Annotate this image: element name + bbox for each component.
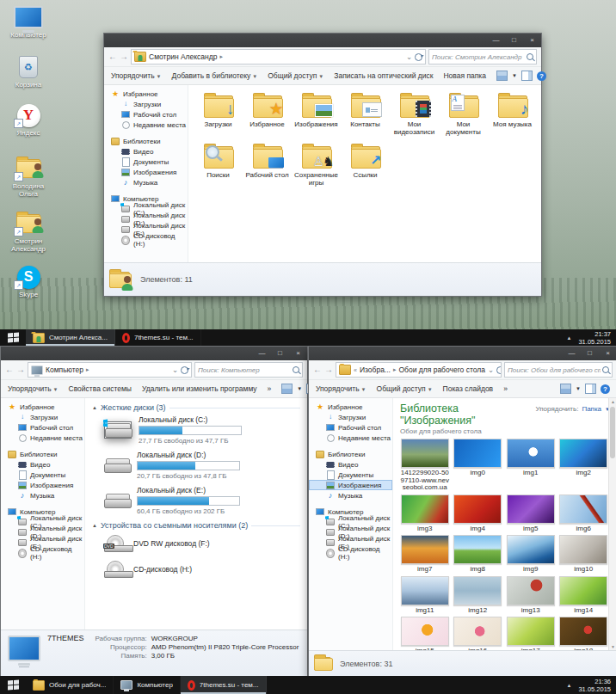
search-input[interactable]: Поиск: Компьютер [194, 362, 303, 378]
user-folder-item[interactable]: ↗Ссылки [341, 143, 390, 187]
toolbar-button[interactable]: Записать на оптический диск [334, 71, 433, 80]
minimize-button[interactable]: — [563, 347, 581, 360]
sidebar-item[interactable]: Документы [104, 157, 188, 167]
breadcrumb-chevron-icon[interactable]: ▸ [219, 53, 223, 60]
drive-item[interactable]: Локальный диск (C:)27,7 ГБ свободно из 4… [104, 415, 307, 445]
sidebar-item[interactable]: Изображения [104, 167, 188, 177]
maximize-button[interactable]: □ [581, 347, 599, 360]
desktop-icon-yandex[interactable]: Y↗Яндекс [3, 103, 53, 137]
thumbnail-item[interactable]: img0 [453, 439, 503, 492]
refresh-icon[interactable] [415, 53, 422, 61]
change-view-icon[interactable] [281, 384, 293, 394]
search-input[interactable]: Поиск: Смотрин Александр [428, 49, 537, 64]
thumbnail-item[interactable]: img2 [559, 439, 609, 492]
thumbnail-image[interactable] [401, 494, 449, 524]
thumbnail-image[interactable] [507, 617, 555, 646]
sidebar-item[interactable]: ♪Музыка [1, 490, 84, 501]
thumbnail-item[interactable]: img15 [400, 617, 450, 650]
sidebar-item[interactable]: CD-дисковод (H:) [309, 548, 392, 558]
breadcrumb-segment[interactable]: Изобра... [360, 365, 391, 374]
address-dropdown-icon[interactable]: ⌄ [406, 52, 412, 61]
address-dropdown-icon[interactable]: ⌄ [172, 365, 178, 374]
maximize-button[interactable]: □ [271, 347, 289, 360]
thumbnail-item[interactable]: img7 [400, 535, 450, 574]
sidebar-item[interactable]: CD-дисковод (H:) [1, 548, 84, 558]
desktop-icon-skype[interactable]: S↗Skype [3, 265, 53, 298]
user-folder-item[interactable]: Рабочий стол [243, 143, 292, 187]
thumbnail-image[interactable] [559, 576, 607, 605]
toolbar-button[interactable]: » [268, 384, 272, 393]
preview-pane-icon[interactable] [585, 384, 596, 394]
thumbnail-item[interactable]: img10 [559, 535, 609, 574]
address-dropdown-icon[interactable]: ⌄ [488, 365, 494, 374]
thumbnail-image[interactable] [559, 535, 607, 564]
breadcrumb-chevron-icon[interactable]: ▸ [393, 366, 397, 373]
thumbnail-item[interactable]: img14 [559, 576, 609, 615]
toolbar-button[interactable]: Общий доступ▼ [377, 384, 433, 393]
thumbnail-image[interactable] [453, 439, 502, 468]
sidebar-group-header[interactable]: ★Избранное [1, 402, 84, 412]
scroll-up-icon[interactable]: ▲ [611, 399, 615, 404]
collapse-icon[interactable]: ▲ [92, 523, 97, 528]
user-folder-item[interactable]: ↓Загрузки [194, 92, 243, 136]
help-icon[interactable]: ? [537, 71, 546, 81]
toolbar-button[interactable]: Свойства системы [69, 384, 132, 393]
toolbar-button[interactable]: Упорядочить▼ [316, 384, 367, 393]
toolbar-button[interactable]: » [503, 384, 508, 393]
thumbnail-image[interactable] [401, 535, 449, 564]
taskbar-button[interactable]: Компьютер [114, 676, 180, 694]
tray-expand-icon[interactable]: ▲ [567, 335, 572, 341]
back-button[interactable]: ← [313, 365, 322, 374]
thumbnail-item[interactable]: img1 [506, 439, 556, 492]
sidebar-item[interactable]: Рабочий стол [1, 422, 84, 433]
sidebar-group-header[interactable]: Библиотеки [104, 136, 188, 146]
thumbnail-item[interactable]: img16 [453, 617, 503, 650]
user-folder-item[interactable]: ♙♞Сохраненные игры [292, 143, 341, 187]
chevron-down-icon[interactable]: ▼ [576, 386, 581, 391]
breadcrumb-chevron-icon[interactable]: ▸ [86, 366, 89, 373]
sidebar-item[interactable]: ↓Загрузки [309, 412, 392, 422]
taskbar-button[interactable]: Обои для рабоч... [26, 676, 114, 694]
thumbnail-item[interactable]: img6 [559, 494, 609, 533]
thumbnail-item[interactable]: img9 [506, 535, 556, 574]
user-folder-item[interactable]: Изображения [292, 92, 341, 136]
thumbnail-image[interactable] [453, 535, 502, 564]
sidebar-item[interactable]: Рабочий стол [309, 422, 392, 433]
breadcrumb[interactable]: Компьютер▸⌄ [28, 362, 192, 378]
vertical-scrollbar[interactable]: ▲ ▼ [608, 398, 616, 650]
toolbar-button[interactable]: Новая папка [443, 71, 486, 80]
breadcrumb-segment[interactable]: Обои для рабочего стола [398, 365, 485, 374]
taskbar-button[interactable]: 7themes.su - тем... [115, 329, 201, 346]
thumbnail-item[interactable]: img8 [453, 535, 503, 574]
sidebar-item[interactable]: ♪Музыка [309, 490, 392, 501]
minimize-button[interactable]: — [253, 347, 271, 360]
media-item[interactable]: DVDDVD RW дисковод (F:) [104, 535, 307, 552]
thumbnail-image[interactable] [453, 494, 502, 524]
desktop-icon-recycle-bin[interactable]: ♻Корзина [3, 55, 53, 89]
desktop-icon-user-folder-volodina[interactable]: ↗Володина Ольга [3, 157, 53, 198]
media-item[interactable]: CD-дисковод (H:) [104, 561, 307, 578]
thumbnail-image[interactable] [507, 494, 555, 524]
help-icon[interactable]: ? [601, 384, 610, 394]
toolbar-button[interactable]: Показ слайдов [443, 384, 494, 393]
close-button[interactable]: × [523, 34, 541, 47]
clock[interactable]: 21:3631.05.2015 [578, 678, 611, 693]
sidebar-item[interactable]: Документы [1, 470, 84, 480]
tray-expand-icon[interactable]: ▲ [567, 683, 572, 688]
sidebar-group-header[interactable]: Библиотеки [1, 449, 84, 459]
collapse-icon[interactable]: ▲ [92, 405, 97, 410]
drive-item[interactable]: Локальный диск (D:)20,7 ГБ свободно из 4… [104, 451, 307, 480]
thumbnail-image[interactable] [453, 617, 502, 646]
desktop-icon-computer[interactable]: Компьютер [3, 5, 53, 39]
breadcrumb[interactable]: «Изобра...▸Обои для рабочего стола⌄ [336, 362, 502, 378]
chevron-down-icon[interactable]: ▼ [512, 73, 517, 78]
thumbnail-image[interactable] [559, 439, 607, 468]
sidebar-item[interactable]: Изображения [309, 480, 392, 490]
toolbar-button[interactable]: Удалить или изменить программу [142, 384, 257, 393]
sidebar-item[interactable]: ↓Загрузки [104, 99, 188, 109]
toolbar-button[interactable]: Общий доступ▼ [268, 71, 323, 80]
user-folder-item[interactable]: Поиски [194, 143, 243, 187]
sidebar-item[interactable]: Недавние места [309, 433, 392, 443]
refresh-icon[interactable] [181, 366, 188, 374]
scroll-thumb[interactable] [610, 407, 615, 458]
